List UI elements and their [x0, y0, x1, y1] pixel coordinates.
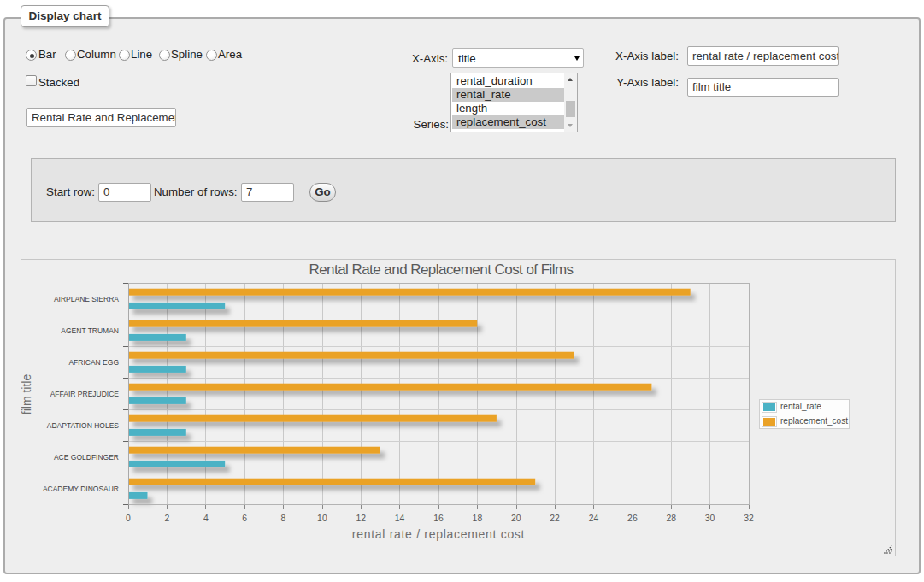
- svg-text:replacement_cost: replacement_cost: [780, 416, 848, 426]
- svg-text:ACADEMY DINOSAUR: ACADEMY DINOSAUR: [43, 485, 119, 493]
- svg-text:AFFAIR PREJUDICE: AFFAIR PREJUDICE: [50, 390, 120, 398]
- svg-text:10: 10: [317, 514, 327, 523]
- svg-text:Rental Rate and Replacement Co: Rental Rate and Replacement Cost of Film…: [309, 262, 573, 278]
- svg-text:ACE GOLDFINGER: ACE GOLDFINGER: [54, 453, 119, 461]
- svg-text:film title: film title: [21, 374, 33, 415]
- svg-text:16: 16: [433, 514, 444, 523]
- svg-text:0: 0: [126, 514, 131, 523]
- svg-text:14: 14: [395, 514, 405, 523]
- svg-text:AGENT TRUMAN: AGENT TRUMAN: [61, 326, 119, 335]
- svg-text:AIRPLANE SIERRA: AIRPLANE SIERRA: [54, 295, 119, 303]
- svg-text:ADAPTATION HOLES: ADAPTATION HOLES: [47, 421, 120, 430]
- svg-text:28: 28: [667, 514, 677, 523]
- svg-text:26: 26: [627, 514, 638, 523]
- svg-text:30: 30: [705, 514, 715, 523]
- svg-text:12: 12: [356, 514, 367, 523]
- svg-text:2: 2: [165, 514, 170, 523]
- svg-text:22: 22: [550, 514, 560, 523]
- svg-text:rental_rate: rental_rate: [780, 402, 821, 411]
- svg-text:24: 24: [589, 514, 599, 523]
- svg-text:20: 20: [511, 514, 521, 523]
- svg-text:rental rate / replacement cost: rental rate / replacement cost: [352, 527, 525, 541]
- svg-text:8: 8: [281, 514, 286, 523]
- svg-text:32: 32: [744, 514, 754, 523]
- svg-text:18: 18: [473, 514, 483, 523]
- svg-text:AFRICAN EGG: AFRICAN EGG: [68, 358, 119, 367]
- svg-text:4: 4: [203, 514, 209, 523]
- svg-text:6: 6: [242, 514, 247, 523]
